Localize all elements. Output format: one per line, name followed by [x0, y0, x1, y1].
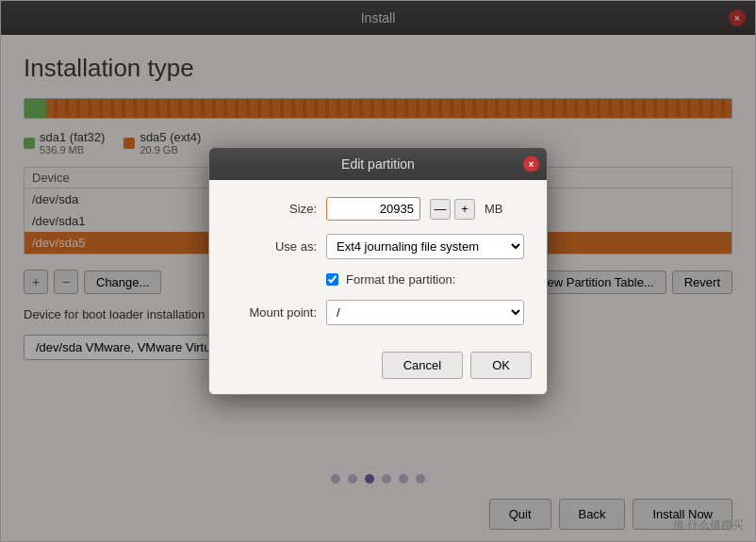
size-unit: MB [485, 202, 503, 216]
format-row: Format the partition: [232, 272, 524, 287]
size-row: Size: — + MB [232, 197, 524, 221]
edit-partition-modal: Edit partition × Size: — + MB Use as: [208, 147, 548, 395]
main-window: Install × Installation type sda1 (fat32)… [0, 0, 756, 542]
mount-label: Mount point: [232, 305, 317, 320]
modal-cancel-button[interactable]: Cancel [382, 352, 463, 379]
use-as-row: Use as: Ext4 journaling file system [232, 234, 524, 259]
modal-ok-button[interactable]: OK [470, 352, 532, 379]
mount-point-select[interactable]: / [326, 300, 524, 325]
size-label: Size: [232, 202, 317, 216]
mount-point-row: Mount point: / [232, 300, 524, 325]
format-label: Format the partition: [346, 272, 455, 287]
increase-size-button[interactable]: + [454, 199, 475, 220]
use-as-select[interactable]: Ext4 journaling file system [326, 234, 524, 259]
modal-titlebar: Edit partition × [209, 148, 547, 180]
modal-overlay: Edit partition × Size: — + MB Use as: [1, 1, 755, 541]
use-as-label: Use as: [232, 239, 317, 254]
decrease-size-button[interactable]: — [430, 199, 451, 220]
modal-body: Size: — + MB Use as: Ext4 journaling fil… [209, 180, 547, 342]
modal-footer: Cancel OK [209, 342, 547, 394]
modal-title: Edit partition [341, 156, 415, 172]
size-stepper: — + [430, 199, 475, 220]
size-input[interactable] [326, 197, 420, 221]
format-checkbox[interactable] [326, 273, 338, 286]
modal-close-button[interactable]: × [523, 156, 539, 172]
